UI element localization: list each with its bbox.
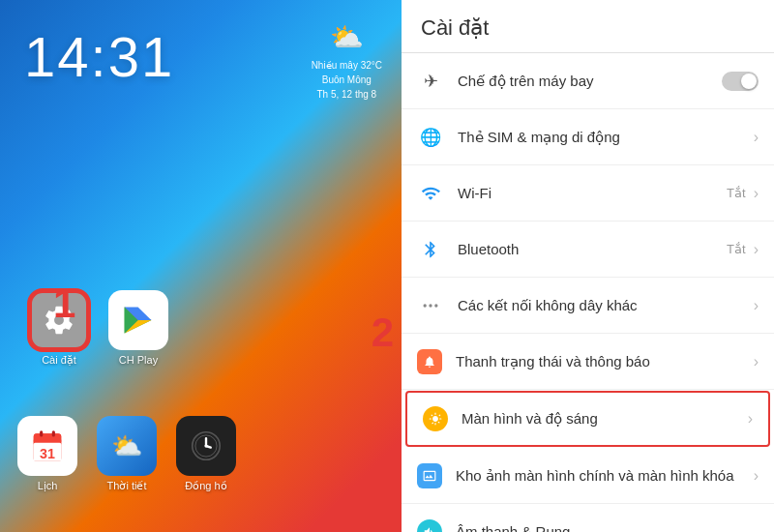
sim-icon: 🌐: [417, 124, 444, 151]
weather-date: Th 5, 12 thg 8: [312, 87, 382, 102]
display-chevron: ›: [748, 410, 753, 428]
settings-item-network[interactable]: Các kết nối không dây khác ›: [402, 278, 774, 334]
bluetooth-status: Tắt ›: [727, 241, 759, 258]
chevron-icon: ›: [754, 297, 759, 314]
airplane-icon: ✈: [417, 68, 444, 95]
weather-app-label: Thời tiết: [107, 480, 147, 492]
weather-temp: Nhiều mây 32°C: [312, 58, 382, 73]
sound-icon: [417, 519, 442, 533]
toggle-airplane[interactable]: [722, 72, 759, 91]
wallpaper-label: Kho ảnh màn hình chính và màn hình khóa: [456, 466, 754, 486]
chevron-icon: ›: [748, 410, 753, 428]
calendar-icon: 31: [17, 416, 77, 476]
svg-point-14: [434, 304, 437, 307]
network-label: Các kết nối không dây khác: [458, 296, 754, 315]
chevron-icon: ›: [754, 129, 759, 146]
airplane-label: Chế độ trên máy bay: [458, 72, 722, 91]
sim-chevron: ›: [754, 129, 759, 146]
wallpaper-chevron: ›: [754, 467, 759, 485]
settings-panel: Cài đặt ✈ Chế độ trên máy bay 🌐 Thẻ SIM …: [402, 0, 774, 532]
clock-app-label: Đồng hồ: [185, 480, 226, 492]
sound-label: Âm thanh & Rung: [456, 522, 759, 532]
notification-label: Thanh trạng thái và thông báo: [456, 352, 754, 371]
settings-item-airplane[interactable]: ✈ Chế độ trên máy bay: [402, 53, 774, 109]
svg-point-13: [429, 304, 432, 307]
app-row-1: Cài đặt: [29, 290, 168, 367]
settings-item-sim[interactable]: 🌐 Thẻ SIM & mạng di động ›: [402, 109, 774, 165]
wallpaper-icon: [417, 463, 442, 488]
play-icon: [108, 290, 168, 350]
sim-label: Thẻ SIM & mạng di động: [458, 128, 754, 147]
svg-point-12: [424, 304, 427, 307]
bluetooth-icon: [417, 236, 444, 263]
wifi-status: Tắt ›: [727, 185, 759, 202]
notification-chevron: ›: [754, 353, 759, 370]
settings-item-sound[interactable]: Âm thanh & Rung: [402, 504, 774, 532]
calendar-app-label: Lịch: [38, 480, 58, 492]
settings-app-label: Cài đặt: [42, 354, 76, 367]
weather-icon: ⛅: [312, 17, 382, 58]
wifi-tat: Tắt: [727, 186, 746, 200]
settings-item-notification[interactable]: Thanh trạng thái và thông báo ›: [402, 334, 774, 390]
bluetooth-tat: Tắt: [727, 242, 746, 256]
clock-display: 14:31: [24, 24, 174, 89]
settings-title: Cài đặt: [421, 15, 755, 41]
phone-screen: 14:31 ⛅ Nhiều mây 32°C Buôn Mông Th 5, 1…: [0, 0, 402, 532]
app-calendar[interactable]: 31 Lịch: [17, 416, 77, 492]
step-label-2: 2: [372, 310, 394, 356]
chevron-icon: ›: [754, 241, 759, 258]
settings-item-bluetooth[interactable]: Bluetooth Tắt ›: [402, 222, 774, 278]
clock-app-icon: [176, 416, 236, 476]
svg-text:31: 31: [40, 446, 55, 461]
bluetooth-label: Bluetooth: [458, 240, 727, 259]
svg-rect-6: [52, 430, 55, 436]
chplay-app-label: CH Play: [119, 354, 158, 366]
settings-list: ✈ Chế độ trên máy bay 🌐 Thẻ SIM & mạng d…: [402, 53, 774, 532]
weather-condition: Buôn Mông: [312, 73, 382, 87]
step-label-1: 1: [53, 281, 75, 327]
network-chevron: ›: [754, 297, 759, 314]
app-weather[interactable]: ⛅ Thời tiết: [97, 416, 157, 492]
weather-app-icon: ⛅: [97, 416, 157, 476]
display-icon: [423, 406, 448, 431]
app-row-2: 31 Lịch ⛅ Thời tiết: [17, 416, 236, 492]
settings-item-display[interactable]: Màn hình và độ sáng ›: [405, 391, 770, 447]
wifi-label: Wi-Fi: [458, 184, 727, 203]
notification-icon: [417, 349, 442, 374]
settings-item-wifi[interactable]: Wi-Fi Tắt ›: [402, 165, 774, 222]
chevron-icon: ›: [754, 185, 759, 202]
chevron-icon: ›: [754, 353, 759, 370]
wifi-icon: [417, 180, 444, 207]
settings-header: Cài đặt: [402, 0, 774, 53]
svg-point-11: [204, 444, 207, 447]
network-icon: [417, 292, 444, 319]
svg-rect-5: [40, 430, 43, 436]
display-label: Màn hình và độ sáng: [461, 409, 748, 429]
weather-widget: ⛅ Nhiều mây 32°C Buôn Mông Th 5, 12 thg …: [312, 17, 382, 102]
settings-item-wallpaper[interactable]: Kho ảnh màn hình chính và màn hình khóa …: [402, 448, 774, 504]
airplane-toggle[interactable]: [722, 72, 759, 91]
app-chplay[interactable]: CH Play: [108, 290, 168, 367]
chevron-icon: ›: [754, 467, 759, 485]
app-clock[interactable]: Đồng hồ: [176, 416, 236, 492]
